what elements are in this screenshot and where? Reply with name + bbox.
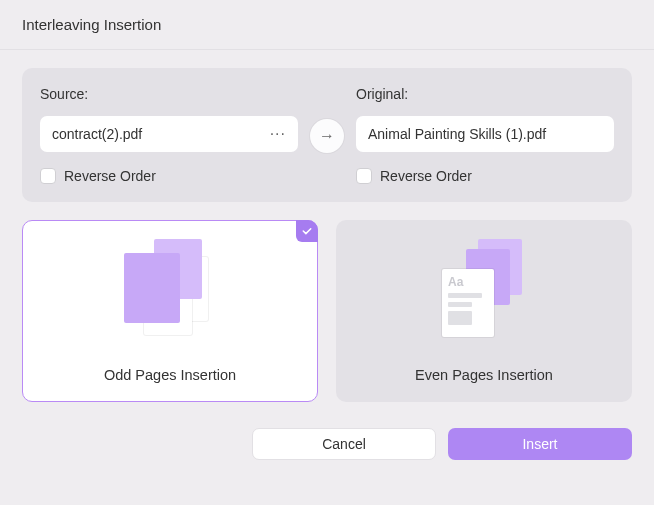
original-reverse-row[interactable]: Reverse Order bbox=[356, 168, 614, 184]
source-column: Source: contract(2).pdf ··· Reverse Orde… bbox=[40, 86, 298, 184]
dialog-content: Source: contract(2).pdf ··· Reverse Orde… bbox=[0, 50, 654, 402]
even-pages-option[interactable]: Aa Even Pages Insertion bbox=[336, 220, 632, 402]
even-option-label: Even Pages Insertion bbox=[415, 367, 553, 383]
original-file-field: Animal Painting Skills (1).pdf bbox=[356, 116, 614, 152]
source-reverse-checkbox[interactable] bbox=[40, 168, 56, 184]
source-reverse-row[interactable]: Reverse Order bbox=[40, 168, 298, 184]
dialog-title: Interleaving Insertion bbox=[22, 16, 632, 33]
source-reverse-label: Reverse Order bbox=[64, 168, 156, 184]
insert-button[interactable]: Insert bbox=[448, 428, 632, 460]
browse-source-button[interactable]: ··· bbox=[270, 125, 286, 143]
odd-option-label: Odd Pages Insertion bbox=[104, 367, 236, 383]
dialog-footer: Cancel Insert bbox=[0, 402, 654, 460]
source-file-name: contract(2).pdf bbox=[52, 126, 142, 142]
selected-check-icon bbox=[296, 220, 318, 242]
source-label: Source: bbox=[40, 86, 298, 102]
arrow-right-icon[interactable]: → bbox=[310, 119, 344, 153]
original-column: Original: Animal Painting Skills (1).pdf… bbox=[356, 86, 614, 184]
even-thumbnail: Aa bbox=[434, 239, 534, 339]
original-reverse-label: Reverse Order bbox=[380, 168, 472, 184]
source-file-field[interactable]: contract(2).pdf ··· bbox=[40, 116, 298, 152]
dialog-header: Interleaving Insertion bbox=[0, 0, 654, 50]
odd-pages-option[interactable]: Odd Pages Insertion bbox=[22, 220, 318, 402]
insertion-mode-row: Odd Pages Insertion Aa Even Pages Insert… bbox=[22, 220, 632, 402]
original-label: Original: bbox=[356, 86, 614, 102]
original-file-name: Animal Painting Skills (1).pdf bbox=[368, 126, 546, 142]
odd-thumbnail bbox=[120, 239, 220, 339]
cancel-button[interactable]: Cancel bbox=[252, 428, 436, 460]
original-reverse-checkbox[interactable] bbox=[356, 168, 372, 184]
file-setup-panel: Source: contract(2).pdf ··· Reverse Orde… bbox=[22, 68, 632, 202]
